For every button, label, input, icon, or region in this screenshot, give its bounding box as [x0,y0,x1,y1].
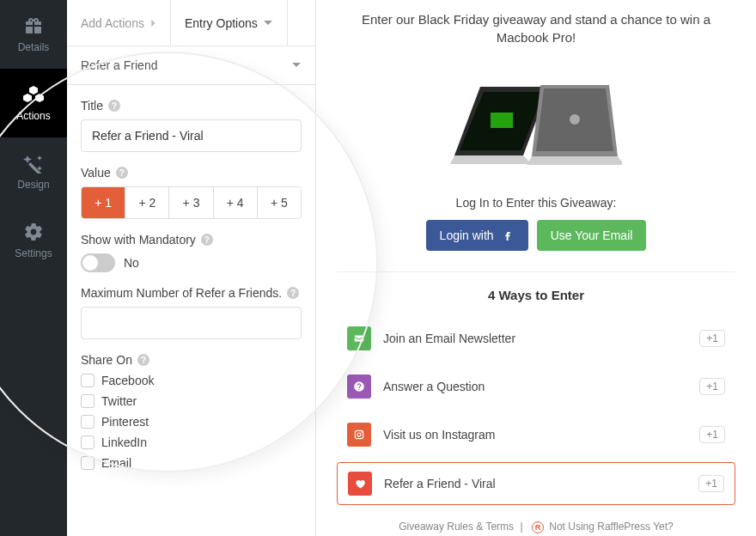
ways-to-enter-title: 4 Ways to Enter [337,272,735,318]
cubes-icon [23,84,44,105]
value-selector: + 1 + 2 + 3 + 4 + 5 [81,186,302,219]
login-facebook-button[interactable]: Login with [426,220,528,251]
preview-footer: Giveaway Rules & Terms | R Not Using Raf… [337,505,735,536]
sidebar-item-actions[interactable]: Actions [0,69,67,137]
share-facebook[interactable]: Facebook [81,374,302,387]
instagram-icon [347,423,371,447]
sidebar: Details Actions Design Settings [0,0,67,536]
share-email[interactable]: Email [81,456,302,470]
tab-label: Add Actions [81,16,144,30]
entry-refer-friend[interactable]: Refer a Friend - Viral +1 [337,462,735,505]
question-icon [347,375,371,399]
chevron-down-icon [291,60,302,70]
entry-badge: +1 [698,475,724,492]
share-option-label: Pinterest [101,415,149,429]
share-option-label: Email [101,456,131,470]
share-linkedin[interactable]: LinkedIn [81,436,302,449]
svg-point-9 [357,433,361,436]
svg-marker-7 [527,156,622,165]
share-option-label: LinkedIn [101,436,147,449]
sidebar-item-design[interactable]: Design [0,137,67,206]
entry-newsletter[interactable]: Join an Email Newsletter +1 [337,318,735,359]
preview-panel: Enter our Black Friday giveaway and stan… [316,0,756,536]
value-option-3[interactable]: + 3 [169,187,213,218]
share-on-label: Share On [81,353,132,367]
entry-label: Join an Email Newsletter [383,332,699,345]
button-label: Login with [440,228,494,242]
mandatory-toggle[interactable] [81,253,115,272]
max-refer-label: Maximum Number of Refer a Friends. [81,286,282,300]
envelope-icon [347,326,371,350]
sidebar-label: Details [18,41,50,53]
entry-label: Visit us on Instagram [383,428,699,442]
mandatory-label: Show with Mandatory [81,233,196,247]
value-label: Value [81,166,111,180]
entry-badge: +1 [699,378,725,395]
share-on-list: Facebook Twitter Pinterest LinkedIn Emai… [81,374,302,470]
share-twitter[interactable]: Twitter [81,394,302,408]
share-pinterest[interactable]: Pinterest [81,415,302,429]
entry-label: Refer a Friend - Viral [384,477,698,490]
entry-list: Join an Email Newsletter +1 Answer a Que… [337,318,735,505]
giveaway-headline: Enter our Black Friday giveaway and stan… [337,0,735,46]
gift-icon [23,15,44,36]
value-option-4[interactable]: + 4 [214,187,258,218]
macbook-icon [450,65,622,177]
rules-link[interactable]: Giveaway Rules & Terms [399,521,514,533]
entry-badge: +1 [699,330,725,347]
max-refer-input[interactable] [81,307,302,339]
sidebar-label: Actions [16,110,50,122]
sidebar-item-settings[interactable]: Settings [0,206,67,275]
accordion-refer-friend[interactable]: Refer a Friend [67,46,315,85]
value-option-5[interactable]: + 5 [258,187,301,218]
button-label: Use Your Email [551,228,633,242]
config-panel: Add Actions Entry Options Refer a Friend… [67,0,316,536]
use-email-button[interactable]: Use Your Email [537,220,647,251]
sidebar-item-details[interactable]: Details [0,0,67,69]
svg-rect-2 [491,113,513,128]
magic-icon [23,153,44,174]
facebook-icon [501,228,515,242]
title-input[interactable] [81,119,302,152]
help-icon[interactable]: ? [201,234,213,246]
tab-label: Entry Options [185,16,258,30]
value-option-2[interactable]: + 2 [125,187,169,218]
tab-add-actions[interactable]: Add Actions [67,0,170,46]
rafflepress-icon: R [532,521,544,533]
help-icon[interactable]: ? [137,354,149,366]
sidebar-label: Settings [15,247,52,259]
svg-marker-3 [450,155,532,164]
share-option-label: Facebook [101,374,154,387]
product-image [337,46,735,196]
sidebar-label: Design [17,179,49,191]
help-icon[interactable]: ? [287,287,299,299]
svg-point-10 [361,431,362,432]
gear-icon [23,222,44,242]
title-label: Title [81,99,103,113]
entry-instagram[interactable]: Visit us on Instagram +1 [337,414,735,455]
chevron-right-icon [149,19,156,27]
svg-point-6 [570,114,580,125]
mandatory-value: No [124,256,139,270]
entry-label: Answer a Question [383,380,699,393]
login-prompt: Log In to Enter this Giveaway: [337,196,735,210]
entry-options-form: Title ? Value ? + 1 + 2 + 3 + 4 + 5 [67,85,315,536]
not-using-link[interactable]: Not Using RafflePress Yet? [549,521,674,533]
chevron-down-icon [263,18,273,28]
config-tabs: Add Actions Entry Options [67,0,315,46]
entry-question[interactable]: Answer a Question +1 [337,366,735,407]
accordion-title: Refer a Friend [81,58,157,72]
heart-icon [348,472,372,496]
entry-badge: +1 [699,426,725,443]
tab-entry-options[interactable]: Entry Options [170,0,288,46]
help-icon[interactable]: ? [108,100,120,112]
help-icon[interactable]: ? [116,167,128,179]
value-option-1[interactable]: + 1 [82,187,125,218]
share-option-label: Twitter [101,394,137,408]
